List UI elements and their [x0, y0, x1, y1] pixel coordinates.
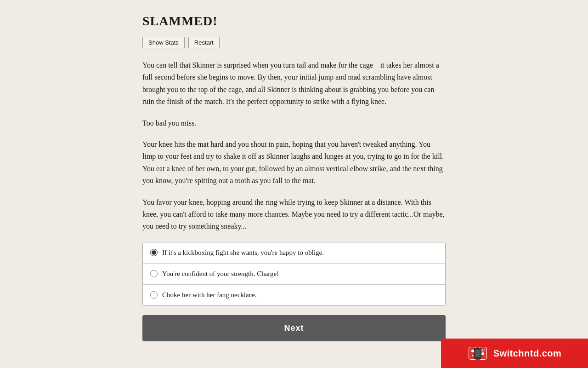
next-button[interactable]: Next [142, 315, 446, 341]
main-content: SLAMMED! Show Stats Restart You can tell… [133, 0, 455, 368]
switchntd-banner: Switchntd.com [441, 339, 588, 368]
story-paragraph-3: Your knee hits the mat hard and you shou… [142, 138, 446, 187]
choices-container: If it's a kickboxing fight she wants, yo… [142, 242, 446, 306]
choice-label-3: Choke her with her fang necklace. [162, 291, 257, 299]
choice-label-1: If it's a kickboxing fight she wants, yo… [162, 249, 324, 257]
svg-point-6 [481, 352, 484, 355]
choice-label-2: You're confident of your strength. Charg… [162, 270, 279, 278]
svg-point-9 [482, 349, 483, 350]
svg-point-5 [471, 350, 474, 352]
story-paragraph-4: You favor your knee, hopping around the … [142, 196, 446, 233]
choice-radio-3[interactable] [150, 291, 158, 299]
story-paragraph-1: You can tell that Skinner is surprised w… [142, 59, 446, 108]
button-bar: Show Stats Restart [142, 37, 446, 48]
choice-radio-1[interactable] [150, 249, 158, 256]
story-paragraph-2: Too bad you miss. [142, 117, 446, 129]
svg-point-10 [483, 350, 484, 351]
switchntd-brand-text: Switchntd.com [493, 348, 562, 359]
switch-logo-icon [468, 343, 488, 363]
restart-button[interactable]: Restart [188, 37, 220, 48]
choice-item-2[interactable]: You're confident of your strength. Charg… [143, 264, 445, 285]
svg-point-7 [472, 355, 473, 356]
choice-item-1[interactable]: If it's a kickboxing fight she wants, yo… [143, 242, 445, 264]
show-stats-button[interactable]: Show Stats [142, 37, 185, 48]
choice-radio-2[interactable] [150, 270, 158, 277]
svg-rect-13 [475, 350, 481, 357]
choice-item-3[interactable]: Choke her with her fang necklace. [143, 285, 445, 305]
page-title: SLAMMED! [142, 14, 446, 29]
svg-point-11 [482, 351, 483, 351]
